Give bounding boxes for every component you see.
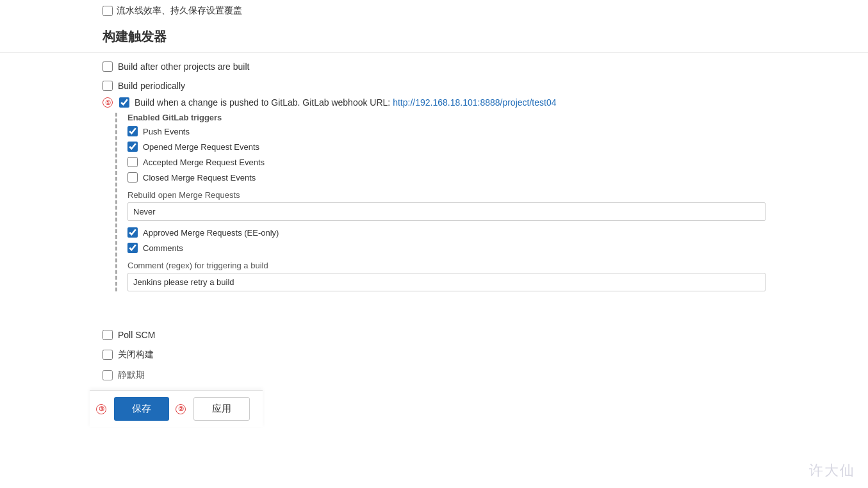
close-build-row: 关闭构建 [102, 346, 766, 363]
opened-merge-request-row: Opened Merge Request Events [127, 140, 766, 153]
build-periodically-label[interactable]: Build periodically [118, 81, 185, 91]
apply-button[interactable]: 应用 [193, 397, 250, 421]
pipeline-checkbox[interactable] [102, 6, 113, 16]
accepted-merge-request-row: Accepted Merge Request Events [127, 156, 766, 168]
closed-merge-request-row: Closed Merge Request Events [127, 171, 766, 184]
badge-2: ② [176, 404, 186, 414]
enabled-gitlab-triggers-label: Enabled GitLab triggers [127, 113, 766, 122]
poll-scm-label[interactable]: Poll SCM [118, 330, 155, 340]
poll-scm-checkbox[interactable] [102, 330, 113, 340]
watermark: 许大仙 [809, 461, 855, 480]
comment-regex-input[interactable] [127, 273, 766, 291]
top-checkbox-row: 流水线效率、持久保存设置覆盖 [0, 0, 868, 22]
comments-row: Comments [127, 241, 766, 254]
rebuild-input[interactable] [127, 202, 766, 221]
build-after-other-label[interactable]: Build after other projects are built [118, 61, 249, 72]
push-events-checkbox[interactable] [127, 126, 138, 136]
bottom-btn-area: ③ 保存 ② 应用 [90, 390, 263, 427]
pipeline-label[interactable]: 流水线效率、持久保存设置覆盖 [117, 5, 242, 17]
comments-label[interactable]: Comments [143, 243, 183, 253]
badge-3: ③ [96, 404, 106, 414]
partial-row: 静默期 [102, 367, 766, 384]
partial-label[interactable]: 静默期 [118, 370, 145, 381]
accepted-merge-request-label[interactable]: Accepted Merge Request Events [143, 158, 265, 167]
closed-merge-request-checkbox[interactable] [127, 172, 138, 183]
accepted-merge-request-checkbox[interactable] [127, 157, 138, 167]
section-title: 构建触发器 [0, 22, 868, 53]
rebuild-label: Rebuild open Merge Requests [127, 190, 766, 200]
partial-checkbox[interactable] [102, 370, 113, 380]
comment-regex-label: Comment (regex) for triggering a build [127, 261, 766, 270]
gitlab-trigger-section: Enabled GitLab triggers Push Events Open… [115, 113, 766, 291]
close-build-label[interactable]: 关闭构建 [118, 349, 154, 361]
push-events-row: Push Events [127, 125, 766, 138]
closed-merge-request-label[interactable]: Closed Merge Request Events [143, 173, 256, 183]
badge-1: ① [102, 97, 113, 108]
bottom-checkboxes: Poll SCM 关闭构建 静默期 [102, 327, 766, 384]
approved-merge-requests-checkbox[interactable] [127, 227, 138, 238]
push-events-label[interactable]: Push Events [143, 127, 190, 136]
build-when-pushed-label[interactable]: Build when a change is pushed to GitLab.… [135, 97, 556, 108]
main-content: Build after other projects are built Bui… [0, 59, 868, 426]
build-after-other-checkbox[interactable] [102, 61, 113, 72]
build-when-pushed-checkbox[interactable] [119, 97, 129, 108]
opened-merge-request-checkbox[interactable] [127, 142, 138, 152]
approved-merge-requests-label[interactable]: Approved Merge Requests (EE-only) [143, 228, 279, 238]
build-after-other-row: Build after other projects are built [102, 59, 766, 74]
save-button[interactable]: 保存 [114, 397, 169, 421]
approved-merge-requests-row: Approved Merge Requests (EE-only) [127, 226, 766, 239]
comments-checkbox[interactable] [127, 243, 138, 253]
build-periodically-row: Build periodically [102, 78, 766, 94]
webhook-url-link[interactable]: http://192.168.18.101:8888/project/test0… [393, 97, 556, 108]
page-container: 流水线效率、持久保存设置覆盖 构建触发器 Build after other p… [0, 0, 868, 488]
close-build-checkbox[interactable] [102, 350, 113, 360]
opened-merge-request-label[interactable]: Opened Merge Request Events [143, 142, 259, 152]
build-when-pushed-row: ① Build when a change is pushed to GitLa… [102, 97, 766, 108]
poll-scm-row: Poll SCM [102, 327, 766, 343]
button-spacer: ③ 保存 ② 应用 [102, 387, 766, 426]
build-periodically-checkbox[interactable] [102, 81, 113, 91]
